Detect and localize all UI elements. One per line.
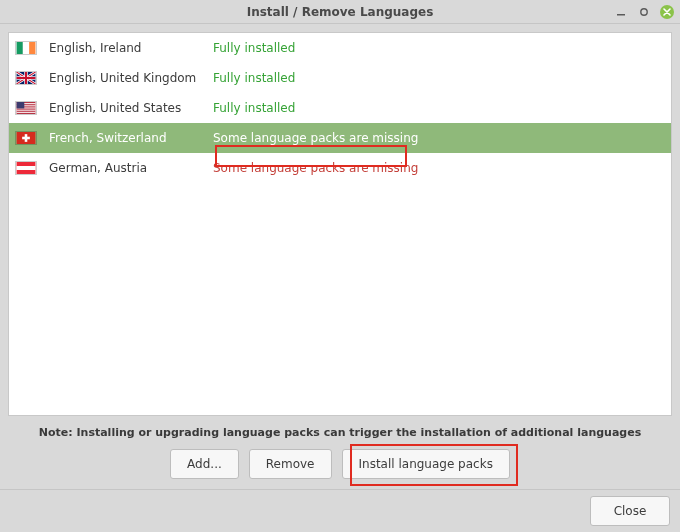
flag-cell	[13, 161, 45, 175]
add-button[interactable]: Add...	[170, 449, 239, 479]
flag-cell	[13, 41, 45, 55]
flag-icon	[15, 41, 37, 55]
language-name: English, United Kingdom	[45, 71, 213, 85]
svg-rect-14	[17, 108, 36, 109]
flag-icon	[15, 101, 37, 115]
language-row[interactable]: English, Ireland Fully installed	[9, 33, 671, 63]
bottom-bar: Close	[0, 489, 680, 532]
language-row[interactable]: French, Switzerland Some language packs …	[9, 123, 671, 153]
language-name: French, Switzerland	[45, 131, 213, 145]
svg-rect-4	[29, 42, 35, 54]
window-controls	[614, 0, 674, 24]
svg-rect-0	[617, 14, 625, 16]
svg-rect-16	[17, 112, 36, 113]
install-language-packs-button[interactable]: Install language packs	[342, 449, 510, 479]
language-name: German, Austria	[45, 161, 213, 175]
install-remove-languages-dialog: Install / Remove Languages English, Irel…	[0, 0, 680, 532]
language-name: English, United States	[45, 101, 213, 115]
language-list[interactable]: English, Ireland Fully installed English…	[8, 32, 672, 416]
close-window-button[interactable]	[660, 5, 674, 19]
svg-rect-22	[17, 166, 36, 170]
content-area: English, Ireland Fully installed English…	[0, 24, 680, 489]
window-title: Install / Remove Languages	[0, 5, 680, 19]
language-row[interactable]: German, Austria Some language packs are …	[9, 153, 671, 183]
svg-rect-15	[17, 110, 36, 111]
svg-rect-20	[22, 137, 30, 140]
flag-icon	[15, 161, 37, 175]
minimize-button[interactable]	[614, 5, 628, 19]
svg-rect-9	[17, 77, 36, 79]
language-status: Some language packs are missing	[213, 131, 667, 145]
maximize-button[interactable]	[637, 5, 651, 19]
language-status: Fully installed	[213, 71, 667, 85]
flag-cell	[13, 131, 45, 145]
language-status: Some language packs are missing	[213, 161, 667, 175]
language-row[interactable]: English, United Kingdom Fully installed	[9, 63, 671, 93]
remove-button[interactable]: Remove	[249, 449, 332, 479]
flag-cell	[13, 101, 45, 115]
flag-icon	[15, 131, 37, 145]
language-status: Fully installed	[213, 101, 667, 115]
close-button[interactable]: Close	[590, 496, 670, 526]
note-text: Note: Installing or upgrading language p…	[8, 416, 672, 443]
language-status: Fully installed	[213, 41, 667, 55]
svg-rect-17	[17, 102, 25, 108]
svg-rect-3	[23, 42, 29, 54]
language-row[interactable]: English, United States Fully installed	[9, 93, 671, 123]
flag-cell	[13, 71, 45, 85]
titlebar: Install / Remove Languages	[0, 0, 680, 24]
action-bar: Add... Remove Install language packs	[8, 443, 672, 489]
svg-rect-2	[17, 42, 23, 54]
language-name: English, Ireland	[45, 41, 213, 55]
flag-icon	[15, 71, 37, 85]
svg-point-1	[641, 9, 647, 15]
